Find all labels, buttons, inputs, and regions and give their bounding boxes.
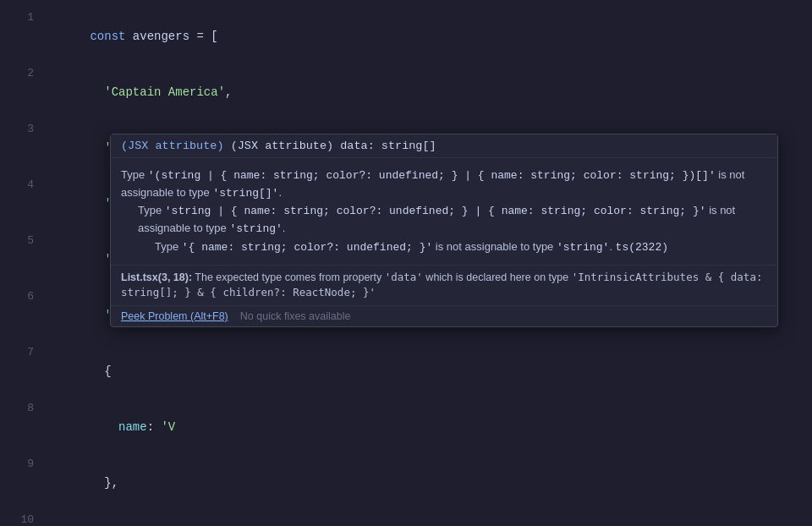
tooltip-error-line-2: Type 'string | { name: string; color?: u… [121, 202, 767, 238]
tooltip-body: Type '(string | { name: string; color?: … [111, 158, 777, 265]
code-line: 1 const avengers = [ [0, 8, 812, 64]
tooltip-signature: (JSX attribute) data: string[] [231, 140, 436, 152]
tooltip-footer: List.tsx(3, 18): The expected type comes… [111, 265, 777, 306]
no-quick-fixes-label: No quick fixes available [240, 310, 351, 322]
tooltip-header: (JSX attribute) (JSX attribute) data: st… [111, 134, 777, 158]
error-tooltip: (JSX attribute) (JSX attribute) data: st… [110, 134, 778, 327]
code-line: 10 { [0, 511, 812, 526]
tooltip-error-line-3: Type '{ name: string; color?: undefined;… [121, 238, 767, 256]
code-line: 2 'Captain America', [0, 64, 812, 120]
code-editor: 1 const avengers = [ 2 'Captain America'… [0, 0, 812, 526]
tooltip-actions[interactable]: Peek Problem (Alt+F8) No quick fixes ava… [111, 305, 777, 326]
code-line: 9 }, [0, 455, 812, 511]
code-line: 8 name: 'V [0, 399, 812, 455]
code-line: 7 { [0, 343, 812, 399]
peek-problem-link[interactable]: Peek Problem (Alt+F8) [121, 310, 228, 322]
tooltip-error-line-1: Type '(string | { name: string; color?: … [121, 168, 744, 199]
